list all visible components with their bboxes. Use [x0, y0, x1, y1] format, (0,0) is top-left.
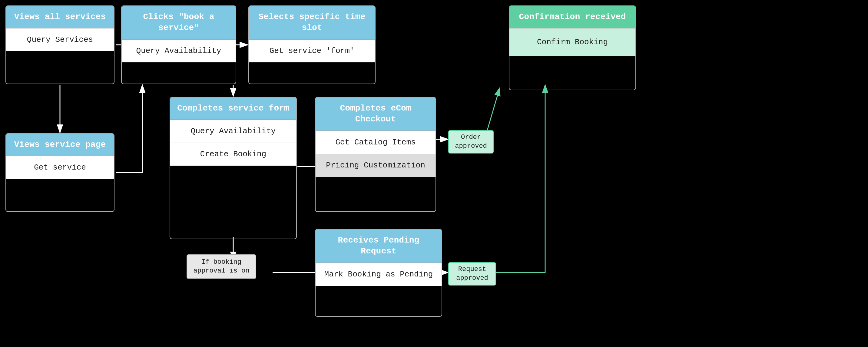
diagram-container: Views all services Query Services Views …	[0, 0, 868, 347]
box-completes-service-form-header: Completes service form	[170, 97, 296, 120]
box-views-all-services-body: Query Services	[6, 28, 114, 51]
box-completes-ecom: Completes eCom Checkout Get Catalog Item…	[315, 97, 436, 212]
box-completes-ecom-body2: Pricing Customization	[316, 154, 435, 177]
label-if-booking-approval: If booking approval is on	[187, 254, 256, 279]
box-completes-service-form: Completes service form Query Availabilit…	[169, 97, 297, 239]
label-order-approved: Order approved	[448, 130, 494, 154]
box-receives-pending: Receives Pending Request Mark Booking as…	[315, 229, 442, 317]
box-views-service-page-body: Get service	[6, 156, 114, 179]
box-views-all-services-header: Views all services	[6, 6, 114, 28]
label-request-approved-text: Request approved	[456, 265, 488, 282]
box-selects-time-slot: Selects specific time slot Get service '…	[248, 5, 376, 84]
box-views-all-services: Views all services Query Services	[5, 5, 115, 84]
label-order-approved-text: Order approved	[455, 133, 487, 150]
box-clicks-book-header: Clicks "book a service"	[122, 6, 236, 40]
box-confirmation-received: Confirmation received Confirm Booking	[509, 5, 636, 90]
arrow-service-to-clicks	[116, 85, 142, 172]
box-confirmation-received-body: Confirm Booking	[509, 28, 636, 56]
box-selects-time-slot-header: Selects specific time slot	[249, 6, 375, 40]
box-views-service-page-header: Views service page	[6, 134, 114, 156]
label-request-approved: Request approved	[448, 262, 496, 286]
box-selects-time-slot-body: Get service 'form'	[249, 40, 375, 62]
box-completes-service-form-body2: Create Booking	[170, 143, 296, 166]
box-receives-pending-header: Receives Pending Request	[316, 229, 441, 263]
box-completes-service-form-body1: Query Availability	[170, 120, 296, 143]
box-completes-ecom-header: Completes eCom Checkout	[316, 97, 435, 131]
box-receives-pending-body: Mark Booking as Pending	[316, 263, 441, 286]
box-confirmation-received-header: Confirmation received	[509, 6, 636, 28]
label-if-booking-approval-text: If booking approval is on	[193, 258, 250, 275]
box-clicks-book: Clicks "book a service" Query Availabili…	[121, 5, 236, 84]
box-completes-ecom-body1: Get Catalog Items	[316, 131, 435, 154]
box-views-service-page: Views service page Get service	[5, 133, 115, 212]
arrow-request-to-confirm	[475, 85, 545, 273]
box-clicks-book-body: Query Availability	[122, 40, 236, 62]
